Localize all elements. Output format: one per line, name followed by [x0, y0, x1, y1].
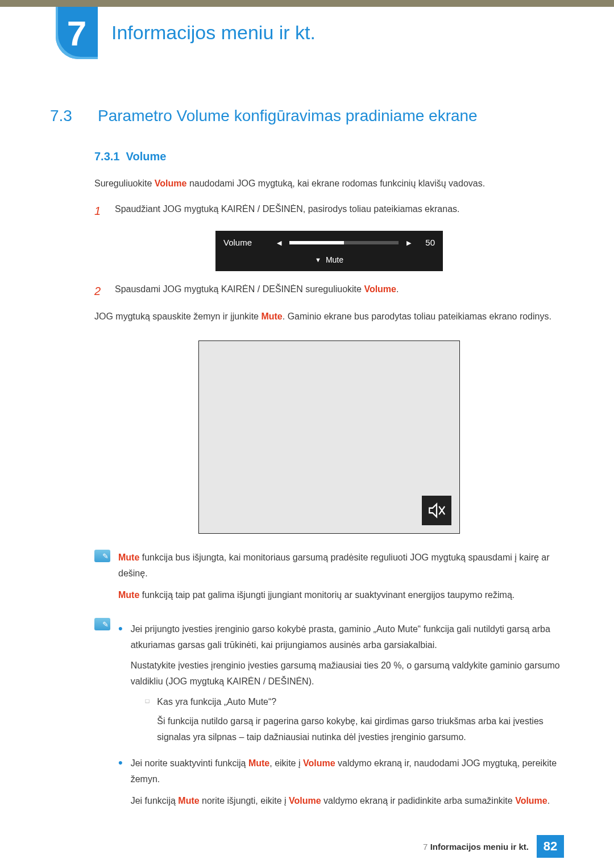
osd-row-volume: Volume ◀ ▶ 50 — [223, 235, 435, 250]
note-body: • Jei prijungto įvesties įrenginio garso… — [118, 618, 564, 809]
osd-label-volume: Volume — [223, 235, 269, 250]
text: . Gaminio ekrane bus parodytas toliau pa… — [283, 312, 551, 321]
note-icon — [94, 618, 110, 630]
osd-volume-value: 50 — [419, 235, 435, 250]
note-line: Mute funkcija bus išjungta, kai monitori… — [118, 550, 564, 582]
text: . — [547, 796, 550, 805]
sub-answer: Ši funkcija nutildo garsą ir pagerina ga… — [157, 713, 564, 745]
step-text: Spausdami JOG mygtuką KAIRĖN / DEŠINĖN s… — [115, 281, 564, 301]
text: Nustatykite įvesties įrenginio įvesties … — [131, 658, 564, 690]
page-number-badge: 82 — [537, 835, 564, 858]
keyword-mute: Mute — [178, 796, 199, 805]
volume-slider-fill — [289, 241, 344, 244]
keyword-volume: Volume — [289, 796, 321, 805]
page-content: 7.3 Parametro Volume konfigūravimas prad… — [50, 102, 564, 809]
intro-paragraph: Sureguliuokite Volume naudodami JOG mygt… — [94, 176, 564, 191]
osd-volume-panel: Volume ◀ ▶ 50 ▼ Mute — [215, 231, 443, 271]
keyword-volume: Volume — [303, 758, 335, 768]
triangle-left-icon: ◀ — [277, 238, 281, 248]
note-block-1: Mute funkcija bus išjungta, kai monitori… — [94, 550, 564, 603]
top-accent-bar — [0, 0, 614, 7]
sub-bullet-body: Kas yra funkcija „Auto Mute“? Ši funkcij… — [157, 694, 564, 745]
note-body: Mute funkcija bus išjungta, kai monitori… — [118, 550, 564, 603]
section-title: Parametro Volume konfigūravimas pradinia… — [98, 107, 478, 125]
osd-row-mute: ▼ Mute — [223, 254, 435, 267]
text: . — [396, 284, 399, 294]
bullet-text: Jei prijungto įvesties įrenginio garso k… — [131, 621, 564, 750]
text: funkcija bus išjungta, kai monitoriaus g… — [118, 553, 550, 578]
chapter-number: 7 — [67, 13, 86, 53]
mute-icon — [422, 496, 451, 525]
text: Jei norite suaktyvinti funkciją — [131, 758, 248, 768]
triangle-down-icon: ▼ — [315, 255, 321, 265]
mute-paragraph: JOG mygtuką spauskite žemyn ir įjunkite … — [94, 309, 564, 324]
text: Jei funkciją — [131, 796, 179, 805]
text: , eikite į — [269, 758, 303, 768]
bullet-dot-icon: • — [118, 621, 123, 750]
sub-bullet: □ Kas yra funkcija „Auto Mute“? Ši funkc… — [146, 694, 564, 745]
keyword-volume: Volume — [155, 178, 187, 188]
subsection-heading: 7.3.1 Volume — [94, 150, 564, 163]
section-heading: 7.3 Parametro Volume konfigūravimas prad… — [50, 107, 564, 125]
step-number: 2 — [94, 281, 105, 301]
text: norite išjungti, eikite į — [200, 796, 289, 805]
svg-marker-0 — [429, 504, 437, 517]
bullet-text: Jei norite suaktyvinti funkciją Mute, ei… — [131, 755, 564, 809]
triangle-right-icon: ▶ — [406, 238, 411, 248]
keyword-volume: Volume — [515, 796, 547, 805]
text: Spausdami JOG mygtuką KAIRĖN / DEŠINĖN s… — [115, 284, 364, 294]
footer-chapter-number: 7 — [423, 842, 428, 852]
subsection-title: Volume — [126, 150, 167, 163]
keyword-mute: Mute — [118, 553, 139, 562]
volume-slider-track[interactable] — [289, 241, 399, 244]
step-1: 1 Spaudžiant JOG mygtuką KAIRĖN / DEŠINĖ… — [94, 201, 564, 221]
square-bullet-icon: □ — [146, 694, 150, 745]
note-block-2: • Jei prijungto įvesties įrenginio garso… — [94, 618, 564, 809]
text: funkciją taip pat galima išjungti įjungi… — [139, 590, 515, 600]
step-2: 2 Spausdami JOG mygtuką KAIRĖN / DEŠINĖN… — [94, 281, 564, 301]
keyword-volume: Volume — [364, 284, 396, 294]
keyword-mute: Mute — [248, 758, 269, 768]
text: Sureguliuokite — [94, 178, 155, 188]
text: JOG mygtuką spauskite žemyn ir įjunkite — [94, 312, 261, 321]
page-number: 82 — [544, 839, 557, 854]
chapter-title: Informacijos meniu ir kt. — [111, 22, 316, 44]
step-number: 1 — [94, 201, 105, 221]
subsection-number: 7.3.1 — [94, 150, 119, 163]
footer-chapter-title: Informacijos meniu ir kt. — [430, 842, 529, 852]
osd-mute-label: Mute — [326, 254, 343, 267]
footer-text: 7 Informacijos meniu ir kt. — [423, 842, 529, 852]
body-column: Sureguliuokite Volume naudodami JOG mygt… — [94, 176, 564, 809]
keyword-mute: Mute — [261, 312, 282, 321]
text: naudodami JOG mygtuką, kai ekrane rodoma… — [186, 178, 485, 188]
keyword-mute: Mute — [118, 590, 139, 600]
bullet-dot-icon: • — [118, 755, 123, 809]
sub-question: Kas yra funkcija „Auto Mute“? — [157, 694, 564, 710]
text: Jei prijungto įvesties įrenginio garso k… — [131, 624, 550, 650]
page-footer: 7 Informacijos meniu ir kt. 82 — [423, 835, 564, 858]
text-line: Jei norite suaktyvinti funkciją Mute, ei… — [131, 755, 564, 787]
step-text: Spaudžiant JOG mygtuką KAIRĖN / DEŠINĖN,… — [115, 201, 564, 221]
bullet-item: • Jei norite suaktyvinti funkciją Mute, … — [118, 755, 564, 809]
screen-preview — [198, 340, 460, 534]
bullet-item: • Jei prijungto įvesties įrenginio garso… — [118, 621, 564, 750]
note-icon — [94, 550, 110, 562]
chapter-number-badge: 7 — [56, 7, 98, 59]
text: valdymo ekraną ir padidinkite arba sumaž… — [321, 796, 516, 805]
section-number: 7.3 — [50, 107, 84, 125]
note-line: Mute funkciją taip pat galima išjungti į… — [118, 587, 564, 603]
text-line: Jei funkciją Mute norite išjungti, eikit… — [131, 793, 564, 809]
